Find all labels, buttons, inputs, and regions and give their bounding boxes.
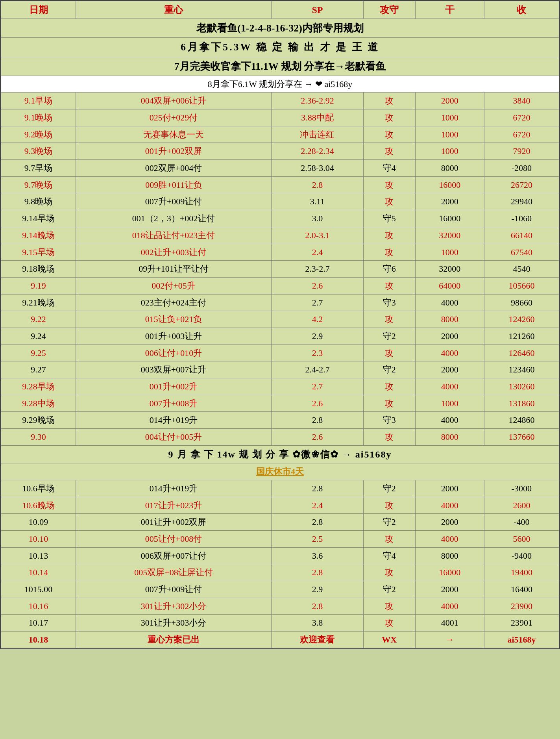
table-cell: 006双屏+007让付 bbox=[76, 547, 272, 564]
banner-3: 7月完美收官拿下11.1W 规划 分享在→老默看鱼 bbox=[1, 57, 559, 76]
table-cell: 124860 bbox=[484, 412, 559, 429]
table-cell: 123460 bbox=[484, 361, 559, 378]
table-cell: -3000 bbox=[484, 480, 559, 497]
table-cell: 2000 bbox=[415, 193, 484, 210]
table-cell: 9.3晚场 bbox=[1, 143, 76, 160]
table-row: 9.7早场002双屏+004付2.58-3.04守48000-2080 bbox=[1, 160, 559, 177]
table-row: 9.19002付+05升2.6攻64000105660 bbox=[1, 277, 559, 294]
table-cell: 29940 bbox=[484, 193, 559, 210]
table-cell: 守4 bbox=[363, 160, 415, 177]
table-cell: 9.21晚场 bbox=[1, 294, 76, 311]
table-cell: 66140 bbox=[484, 227, 559, 244]
table-cell: -9400 bbox=[484, 547, 559, 564]
table-cell: 025付+029付 bbox=[76, 109, 272, 126]
table-cell: 2.8 bbox=[272, 514, 364, 531]
table-cell: 2.7 bbox=[272, 294, 364, 311]
table-cell: 2600 bbox=[484, 497, 559, 514]
table-cell: 19400 bbox=[484, 564, 559, 581]
table-cell: 2.5 bbox=[272, 530, 364, 547]
table-cell: 10.10 bbox=[1, 530, 76, 547]
table-cell: 守5 bbox=[363, 210, 415, 227]
bottom-cell-1: 重心方案已出 bbox=[76, 632, 272, 648]
bottom-cell-3: WX bbox=[363, 632, 415, 648]
table-cell: 002让升+003让付 bbox=[76, 244, 272, 261]
table-cell: 攻 bbox=[363, 126, 415, 143]
table-cell: 2000 bbox=[415, 514, 484, 531]
table-cell: 018让品让付+023主付 bbox=[76, 227, 272, 244]
banner-4: 8月拿下6.1W 规划分享在 → ❤ ai5168y bbox=[1, 76, 559, 93]
table-cell: 2.58-3.04 bbox=[272, 160, 364, 177]
table-cell: 001（2，3）+002让付 bbox=[76, 210, 272, 227]
table-cell: 9.27 bbox=[1, 361, 76, 378]
bottom-special-row: 10.18重心方案已出欢迎查看WX→ai5168y bbox=[1, 632, 559, 648]
table-row: 9.30004让付+005升2.6攻8000137660 bbox=[1, 429, 559, 446]
table-cell: 9.18晚场 bbox=[1, 261, 76, 278]
table-cell: 8000 bbox=[415, 311, 484, 328]
table-cell: 9.7早场 bbox=[1, 160, 76, 177]
table-cell: 001升+002双屏 bbox=[76, 143, 272, 160]
header-goushou: 攻守 bbox=[363, 1, 415, 19]
header-sp: SP bbox=[272, 1, 364, 19]
table-cell: 2.8 bbox=[272, 412, 364, 429]
table-cell: 017让升+023升 bbox=[76, 497, 272, 514]
table-cell: 001升+003让升 bbox=[76, 328, 272, 344]
table-cell: 014升+019升 bbox=[76, 412, 272, 429]
table-row: 9.28中场007升+008升2.6攻1000131860 bbox=[1, 395, 559, 412]
table-cell: 4540 bbox=[484, 261, 559, 278]
table-row: 10.13006双屏+007让付3.6守48000-9400 bbox=[1, 547, 559, 564]
table-cell: 9.24 bbox=[1, 328, 76, 344]
table-cell: 5600 bbox=[484, 530, 559, 547]
table-cell: 10.09 bbox=[1, 514, 76, 531]
table-cell: 001让升+002双屏 bbox=[76, 514, 272, 531]
table-cell: 攻 bbox=[363, 244, 415, 261]
table-cell: 3.8 bbox=[272, 615, 364, 632]
holiday-banner: 国庆休市4天 bbox=[1, 463, 559, 480]
table-row: 10.09001让升+002双屏2.8守22000-400 bbox=[1, 514, 559, 531]
table-cell: -2080 bbox=[484, 160, 559, 177]
table-cell: 4000 bbox=[415, 598, 484, 615]
table-row: 9.8晚场007升+009让付3.11攻200029940 bbox=[1, 193, 559, 210]
table-cell: 64000 bbox=[415, 277, 484, 294]
table-row: 1015.00007升+009让付2.9守2200016400 bbox=[1, 581, 559, 598]
table-cell: 守2 bbox=[363, 581, 415, 598]
table-cell: 9.28早场 bbox=[1, 378, 76, 395]
table-cell: 4001 bbox=[415, 615, 484, 632]
table-cell: 攻 bbox=[363, 564, 415, 581]
table-cell: 301让升+302小分 bbox=[76, 598, 272, 615]
header-zhongxin: 重心 bbox=[76, 1, 272, 19]
table-cell: 攻 bbox=[363, 615, 415, 632]
table-cell: 3.11 bbox=[272, 193, 364, 210]
table-cell: 3.0 bbox=[272, 210, 364, 227]
table-cell: 攻 bbox=[363, 598, 415, 615]
table-cell: 2.0-3.1 bbox=[272, 227, 364, 244]
table-cell: 守6 bbox=[363, 261, 415, 278]
table-cell: 攻 bbox=[363, 227, 415, 244]
table-cell: 301让升+303小分 bbox=[76, 615, 272, 632]
table-cell: 2.6 bbox=[272, 395, 364, 412]
table-row: 9.3晚场001升+002双屏2.28-2.34攻10007920 bbox=[1, 143, 559, 160]
table-cell: 1000 bbox=[415, 244, 484, 261]
table-cell: 9.1早场 bbox=[1, 93, 76, 109]
banner-1: 老默看鱼(1-2-4-8-16-32)内部专用规划 bbox=[1, 19, 559, 38]
table-cell: 014升+019升 bbox=[76, 480, 272, 497]
table-cell: 2.7 bbox=[272, 378, 364, 395]
table-cell: 守3 bbox=[363, 412, 415, 429]
table-cell: 2.36-2.92 bbox=[272, 93, 364, 109]
table-cell: 攻 bbox=[363, 109, 415, 126]
table-cell: 8000 bbox=[415, 429, 484, 446]
table-body: 老默看鱼(1-2-4-8-16-32)内部专用规划 6月拿下5.3W 稳 定 输… bbox=[1, 19, 559, 648]
banner-row-2: 6月拿下5.3W 稳 定 输 出 才 是 王 道 bbox=[1, 38, 559, 57]
table-cell: 4000 bbox=[415, 344, 484, 361]
table-cell: 9.1晚场 bbox=[1, 109, 76, 126]
table-cell: 2.9 bbox=[272, 328, 364, 344]
table-row: 10.10005让付+008付2.5攻40005600 bbox=[1, 530, 559, 547]
table-cell: 攻 bbox=[363, 429, 415, 446]
table-row: 9.18晚场09升+101让平让付2.3-2.7守6320004540 bbox=[1, 261, 559, 278]
table-cell: 2.4-2.7 bbox=[272, 361, 364, 378]
table-cell: 004双屏+006让升 bbox=[76, 93, 272, 109]
table-cell: 002付+05升 bbox=[76, 277, 272, 294]
table-cell: 3.88中配 bbox=[272, 109, 364, 126]
table-cell: 守2 bbox=[363, 480, 415, 497]
table-cell: 攻 bbox=[363, 395, 415, 412]
table-row: 10.17301让升+303小分3.8攻400123901 bbox=[1, 615, 559, 632]
